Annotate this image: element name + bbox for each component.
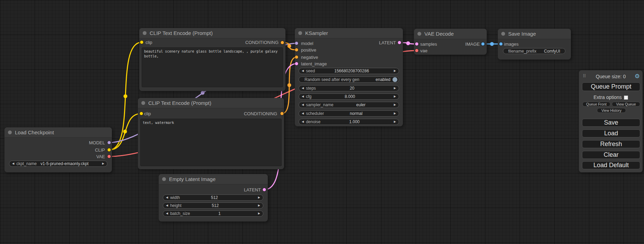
node-save-image[interactable]: Save Image images filename_prefix ComfyU… xyxy=(498,29,571,60)
node-title: Load Checkpoint xyxy=(15,129,54,135)
output-label-latent: LATENT xyxy=(379,39,396,46)
queue-front-button[interactable]: Queue Front xyxy=(582,102,610,107)
input-label-samples: samples xyxy=(420,40,437,47)
increment-arrow-icon[interactable]: ▶ xyxy=(394,70,396,72)
node-title: Save Image xyxy=(508,31,536,37)
output-label-vae: VAE xyxy=(96,153,105,160)
load-button[interactable]: Load xyxy=(582,129,640,137)
node-header[interactable]: VAE Decode xyxy=(414,29,487,39)
input-label-latent-image: latent_image xyxy=(301,60,327,67)
collapse-dot-icon[interactable] xyxy=(8,130,12,134)
node-title: CLIP Text Encode (Prompt) xyxy=(150,30,213,36)
collapse-dot-icon[interactable] xyxy=(417,32,421,36)
output-label-conditioning: CONDITIONING xyxy=(245,39,279,46)
node-title: KSampler xyxy=(305,30,328,36)
input-label-clip: clip xyxy=(145,39,152,46)
increment-arrow-icon[interactable]: ▶ xyxy=(258,212,260,215)
node-empty-latent-image[interactable]: Empty Latent Image LATENT ◀ width 512 ▶ … xyxy=(159,174,268,222)
output-label-clip: CLIP xyxy=(95,146,105,153)
node-header[interactable]: CLIP Text Encode (Prompt) xyxy=(139,28,285,38)
gear-icon[interactable]: ⚙ xyxy=(635,73,640,80)
save-button[interactable]: Save xyxy=(582,119,640,127)
collapse-dot-icon[interactable] xyxy=(162,177,166,181)
toggle-circle-icon[interactable] xyxy=(392,77,397,82)
refresh-button[interactable]: Refresh xyxy=(582,140,640,148)
increment-arrow-icon[interactable]: ▶ xyxy=(394,95,396,98)
output-label-model: MODEL xyxy=(89,139,105,146)
output-label-conditioning: CONDITIONING xyxy=(244,110,277,117)
widget-sampler-name[interactable]: ◀ sampler_name euler ▶ xyxy=(299,102,399,108)
increment-arrow-icon[interactable]: ▶ xyxy=(394,87,396,90)
decrement-arrow-icon[interactable]: ◀ xyxy=(302,95,304,98)
widget-scheduler[interactable]: ◀ scheduler normal ▶ xyxy=(299,110,399,117)
increment-arrow-icon[interactable]: ▶ xyxy=(102,162,104,165)
collapse-dot-icon[interactable] xyxy=(501,32,505,36)
collapse-dot-icon[interactable] xyxy=(143,31,147,35)
extra-options-checkbox[interactable] xyxy=(624,96,628,100)
decrement-arrow-icon[interactable]: ◀ xyxy=(12,162,14,165)
input-label-images: images xyxy=(504,40,519,47)
load-default-button[interactable]: Load Default xyxy=(582,161,640,169)
collapse-dot-icon[interactable] xyxy=(298,31,302,35)
widget-denoise[interactable]: ◀ denoise 1.000 ▶ xyxy=(299,119,399,125)
input-label-vae: vae xyxy=(420,47,427,54)
wire-midpoint-dot xyxy=(123,130,127,134)
input-label-model: model xyxy=(301,40,313,47)
queue-panel: ⠿ Queue size: 0 ⚙ Queue Prompt Extra opt… xyxy=(579,70,643,172)
widget-steps[interactable]: ◀ steps 20 ▶ xyxy=(299,85,399,91)
output-label-latent: LATENT xyxy=(244,186,261,193)
node-clip-text-encode-positive[interactable]: CLIP Text Encode (Prompt) clip CONDITION… xyxy=(139,28,285,91)
node-title: VAE Decode xyxy=(424,31,454,37)
node-header[interactable]: Empty Latent Image xyxy=(159,174,268,184)
node-title: Empty Latent Image xyxy=(169,176,215,182)
decrement-arrow-icon[interactable]: ◀ xyxy=(302,112,304,115)
node-header[interactable]: Save Image xyxy=(498,29,571,39)
increment-arrow-icon[interactable]: ▶ xyxy=(258,196,260,199)
extra-options-label: Extra options xyxy=(593,94,622,100)
collapse-dot-icon[interactable] xyxy=(141,101,145,105)
wire-midpoint-dot xyxy=(201,91,205,95)
view-queue-button[interactable]: View Queue xyxy=(612,102,640,107)
decrement-arrow-icon[interactable]: ◀ xyxy=(302,120,304,123)
widget-width[interactable]: ◀ width 512 ▶ xyxy=(163,195,263,201)
increment-arrow-icon[interactable]: ▶ xyxy=(258,204,260,207)
input-label-clip: clip xyxy=(144,110,151,117)
node-header[interactable]: KSampler xyxy=(295,28,403,38)
queue-prompt-button[interactable]: Queue Prompt xyxy=(582,82,640,91)
widget-cfg[interactable]: ◀ cfg 8.000 ▶ xyxy=(299,93,399,100)
node-title: CLIP Text Encode (Prompt) xyxy=(148,100,211,106)
increment-arrow-icon[interactable]: ▶ xyxy=(394,112,396,115)
view-history-button[interactable]: View History xyxy=(597,108,626,113)
increment-arrow-icon[interactable]: ▶ xyxy=(394,103,396,106)
widget-batch-size[interactable]: ◀ batch_size 1 ▶ xyxy=(163,210,263,217)
widget-seed[interactable]: ◀ seed 156680208700286 ▶ xyxy=(299,68,399,74)
node-header[interactable]: Load Checkpoint xyxy=(5,127,112,138)
decrement-arrow-icon[interactable]: ◀ xyxy=(166,212,168,215)
output-label-image: IMAGE xyxy=(465,40,480,47)
decrement-arrow-icon[interactable]: ◀ xyxy=(166,196,168,199)
increment-arrow-icon[interactable]: ▶ xyxy=(394,120,396,123)
widget-ckpt-name[interactable]: ◀ ckpt_name v1-5-pruned-emaonly.ckpt ▶ xyxy=(9,161,107,167)
decrement-arrow-icon[interactable]: ◀ xyxy=(166,204,168,207)
node-vae-decode[interactable]: VAE Decode samples vae IMAGE xyxy=(414,29,487,55)
node-header[interactable]: CLIP Text Encode (Prompt) xyxy=(138,98,284,108)
input-label-positive: positive xyxy=(301,46,316,53)
wire-midpoint-dot xyxy=(288,44,291,48)
wire-midpoint-dot xyxy=(490,42,494,46)
queue-size-label: Queue size: 0 xyxy=(579,74,643,79)
prompt-text-area[interactable]: text, watermark xyxy=(140,119,282,166)
decrement-arrow-icon[interactable]: ◀ xyxy=(302,70,304,72)
widget-random-seed-toggle[interactable]: Random seed after every gen enabled xyxy=(299,76,399,83)
node-graph-canvas[interactable]: Load Checkpoint MODEL CLIP VAE ◀ ckpt_na… xyxy=(0,0,644,244)
clear-button[interactable]: Clear xyxy=(582,151,640,159)
widget-filename-prefix[interactable]: filename_prefix ComfyUI xyxy=(503,48,565,54)
decrement-arrow-icon[interactable]: ◀ xyxy=(302,103,304,106)
wire-midpoint-dot xyxy=(124,94,127,98)
input-label-negative: negative xyxy=(301,54,318,61)
decrement-arrow-icon[interactable]: ◀ xyxy=(302,87,304,90)
node-clip-text-encode-negative[interactable]: CLIP Text Encode (Prompt) clip CONDITION… xyxy=(138,98,284,169)
node-ksampler[interactable]: KSampler model positive negative latent_… xyxy=(295,28,403,126)
node-load-checkpoint[interactable]: Load Checkpoint MODEL CLIP VAE ◀ ckpt_na… xyxy=(5,127,112,172)
widget-height[interactable]: ◀ height 512 ▶ xyxy=(163,202,263,209)
prompt-text-area[interactable]: beautiful scenery nature glass bottle la… xyxy=(142,47,283,87)
